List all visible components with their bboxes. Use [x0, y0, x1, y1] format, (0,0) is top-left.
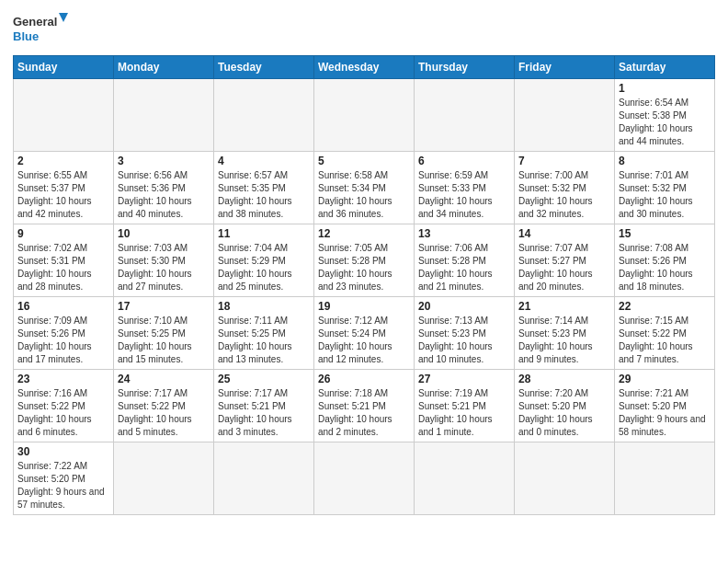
day-info: Sunrise: 7:11 AM Sunset: 5:25 PM Dayligh… — [218, 315, 310, 366]
day-info: Sunrise: 7:01 AM Sunset: 5:32 PM Dayligh… — [619, 169, 711, 221]
day-info: Sunrise: 6:56 AM Sunset: 5:36 PM Dayligh… — [118, 169, 210, 221]
calendar-cell — [415, 442, 515, 515]
calendar-cell: 24Sunrise: 7:17 AM Sunset: 5:22 PM Dayli… — [114, 370, 214, 442]
day-number: 17 — [118, 300, 210, 313]
calendar-cell — [615, 442, 715, 515]
day-info: Sunrise: 7:03 AM Sunset: 5:30 PM Dayligh… — [118, 242, 210, 293]
svg-text:Blue: Blue — [13, 29, 39, 43]
day-number: 14 — [518, 227, 610, 240]
day-number: 5 — [318, 155, 410, 167]
day-number: 4 — [218, 155, 310, 167]
calendar-cell: 4Sunrise: 6:57 AM Sunset: 5:35 PM Daylig… — [214, 152, 314, 224]
calendar-cell: 2Sunrise: 6:55 AM Sunset: 5:37 PM Daylig… — [14, 152, 114, 224]
calendar-cell: 9Sunrise: 7:02 AM Sunset: 5:31 PM Daylig… — [14, 224, 114, 297]
day-number: 6 — [418, 155, 510, 167]
day-number: 29 — [619, 373, 711, 385]
week-row-5: 30Sunrise: 7:22 AM Sunset: 5:20 PM Dayli… — [14, 442, 715, 515]
svg-text:General: General — [13, 15, 57, 29]
day-number: 7 — [518, 155, 610, 167]
calendar-cell: 17Sunrise: 7:10 AM Sunset: 5:25 PM Dayli… — [114, 297, 214, 370]
calendar-cell — [314, 442, 415, 515]
week-row-4: 23Sunrise: 7:16 AM Sunset: 5:22 PM Dayli… — [14, 370, 715, 442]
logo-svg: General Blue — [13, 9, 68, 50]
day-number: 12 — [318, 227, 410, 240]
weekday-header-wednesday: Wednesday — [314, 56, 415, 79]
day-info: Sunrise: 7:04 AM Sunset: 5:29 PM Dayligh… — [218, 242, 310, 293]
day-info: Sunrise: 6:58 AM Sunset: 5:34 PM Dayligh… — [318, 169, 410, 221]
day-info: Sunrise: 6:59 AM Sunset: 5:33 PM Dayligh… — [418, 169, 510, 221]
day-info: Sunrise: 6:54 AM Sunset: 5:38 PM Dayligh… — [619, 97, 711, 148]
day-number: 24 — [118, 373, 210, 385]
day-info: Sunrise: 7:15 AM Sunset: 5:22 PM Dayligh… — [619, 315, 711, 366]
calendar-cell: 15Sunrise: 7:08 AM Sunset: 5:26 PM Dayli… — [615, 224, 715, 297]
calendar-cell: 10Sunrise: 7:03 AM Sunset: 5:30 PM Dayli… — [114, 224, 214, 297]
calendar-cell: 3Sunrise: 6:56 AM Sunset: 5:36 PM Daylig… — [114, 152, 214, 224]
calendar-cell: 11Sunrise: 7:04 AM Sunset: 5:29 PM Dayli… — [214, 224, 314, 297]
calendar-cell: 12Sunrise: 7:05 AM Sunset: 5:28 PM Dayli… — [314, 224, 415, 297]
day-info: Sunrise: 7:16 AM Sunset: 5:22 PM Dayligh… — [17, 387, 109, 439]
calendar-cell: 5Sunrise: 6:58 AM Sunset: 5:34 PM Daylig… — [314, 152, 415, 224]
day-number: 13 — [418, 227, 510, 240]
day-info: Sunrise: 7:20 AM Sunset: 5:20 PM Dayligh… — [518, 387, 610, 439]
week-row-3: 16Sunrise: 7:09 AM Sunset: 5:26 PM Dayli… — [14, 297, 715, 370]
day-number: 26 — [318, 373, 410, 385]
day-info: Sunrise: 7:06 AM Sunset: 5:28 PM Dayligh… — [418, 242, 510, 293]
day-number: 19 — [318, 300, 410, 313]
calendar-cell: 25Sunrise: 7:17 AM Sunset: 5:21 PM Dayli… — [214, 370, 314, 442]
day-info: Sunrise: 7:14 AM Sunset: 5:23 PM Dayligh… — [518, 315, 610, 366]
calendar-cell: 7Sunrise: 7:00 AM Sunset: 5:32 PM Daylig… — [515, 152, 615, 224]
day-info: Sunrise: 7:17 AM Sunset: 5:21 PM Dayligh… — [218, 387, 310, 439]
calendar-cell: 23Sunrise: 7:16 AM Sunset: 5:22 PM Dayli… — [14, 370, 114, 442]
day-info: Sunrise: 6:57 AM Sunset: 5:35 PM Dayligh… — [218, 169, 310, 221]
calendar-cell: 28Sunrise: 7:20 AM Sunset: 5:20 PM Dayli… — [515, 370, 615, 442]
calendar-cell — [114, 79, 214, 152]
calendar-cell — [214, 442, 314, 515]
calendar-cell: 22Sunrise: 7:15 AM Sunset: 5:22 PM Dayli… — [615, 297, 715, 370]
day-info: Sunrise: 7:21 AM Sunset: 5:20 PM Dayligh… — [619, 387, 711, 439]
calendar-cell — [515, 79, 615, 152]
weekday-header-monday: Monday — [114, 56, 214, 79]
day-number: 9 — [17, 227, 109, 240]
day-info: Sunrise: 7:10 AM Sunset: 5:25 PM Dayligh… — [118, 315, 210, 366]
day-info: Sunrise: 7:05 AM Sunset: 5:28 PM Dayligh… — [318, 242, 410, 293]
header: General Blue — [13, 9, 715, 50]
weekday-header-saturday: Saturday — [615, 56, 715, 79]
day-number: 21 — [518, 300, 610, 313]
day-number: 30 — [17, 445, 109, 458]
day-info: Sunrise: 7:13 AM Sunset: 5:23 PM Dayligh… — [418, 315, 510, 366]
day-info: Sunrise: 6:55 AM Sunset: 5:37 PM Dayligh… — [17, 169, 109, 221]
weekday-header-friday: Friday — [515, 56, 615, 79]
calendar-cell: 21Sunrise: 7:14 AM Sunset: 5:23 PM Dayli… — [515, 297, 615, 370]
day-number: 22 — [619, 300, 711, 313]
day-info: Sunrise: 7:19 AM Sunset: 5:21 PM Dayligh… — [418, 387, 510, 439]
day-number: 11 — [218, 227, 310, 240]
calendar-cell — [415, 79, 515, 152]
day-number: 18 — [218, 300, 310, 313]
day-number: 28 — [518, 373, 610, 385]
day-number: 10 — [118, 227, 210, 240]
calendar-cell — [114, 442, 214, 515]
calendar-cell: 14Sunrise: 7:07 AM Sunset: 5:27 PM Dayli… — [515, 224, 615, 297]
weekday-header-tuesday: Tuesday — [214, 56, 314, 79]
week-row-2: 9Sunrise: 7:02 AM Sunset: 5:31 PM Daylig… — [14, 224, 715, 297]
day-info: Sunrise: 7:00 AM Sunset: 5:32 PM Dayligh… — [518, 169, 610, 221]
day-number: 25 — [218, 373, 310, 385]
day-number: 27 — [418, 373, 510, 385]
day-number: 3 — [118, 155, 210, 167]
calendar-cell — [515, 442, 615, 515]
calendar-cell — [214, 79, 314, 152]
calendar-cell: 30Sunrise: 7:22 AM Sunset: 5:20 PM Dayli… — [14, 442, 114, 515]
calendar-cell: 6Sunrise: 6:59 AM Sunset: 5:33 PM Daylig… — [415, 152, 515, 224]
day-number: 1 — [619, 82, 711, 95]
logo: General Blue — [13, 9, 68, 50]
calendar-cell — [14, 79, 114, 152]
calendar-cell: 26Sunrise: 7:18 AM Sunset: 5:21 PM Dayli… — [314, 370, 415, 442]
day-info: Sunrise: 7:18 AM Sunset: 5:21 PM Dayligh… — [318, 387, 410, 439]
weekday-header-sunday: Sunday — [14, 56, 114, 79]
page: General Blue SundayMondayTuesdayWednesda… — [0, 0, 728, 563]
calendar: SundayMondayTuesdayWednesdayThursdayFrid… — [13, 55, 715, 515]
day-info: Sunrise: 7:22 AM Sunset: 5:20 PM Dayligh… — [17, 460, 109, 511]
calendar-cell: 27Sunrise: 7:19 AM Sunset: 5:21 PM Dayli… — [415, 370, 515, 442]
calendar-cell — [314, 79, 415, 152]
day-info: Sunrise: 7:12 AM Sunset: 5:24 PM Dayligh… — [318, 315, 410, 366]
